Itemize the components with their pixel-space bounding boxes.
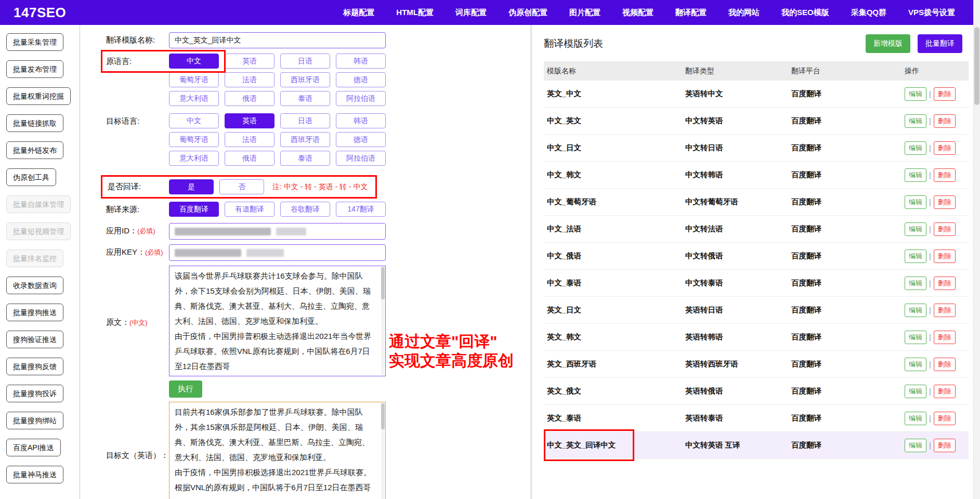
language-option-button[interactable]: 英语: [225, 54, 275, 69]
language-option-button[interactable]: 阿拉伯语: [336, 151, 386, 166]
language-option-button[interactable]: 俄语: [225, 151, 275, 166]
language-option-button[interactable]: 俄语: [225, 91, 275, 106]
language-option-button[interactable]: 泰语: [280, 91, 330, 106]
sidebar-item[interactable]: 批量短视频管理: [6, 222, 71, 240]
language-option-button[interactable]: 泰语: [280, 151, 330, 166]
back-translate-option-button[interactable]: 否: [219, 179, 264, 194]
sidebar-item[interactable]: 批量采集管理: [6, 33, 63, 51]
edit-button[interactable]: 编辑: [905, 385, 926, 398]
nav-item[interactable]: VPS拨号设置: [908, 8, 955, 18]
sidebar-item[interactable]: 批量外链发布: [6, 141, 63, 159]
language-option-button[interactable]: 意大利语: [169, 151, 219, 166]
sidebar-item[interactable]: 批量搜狗投诉: [6, 385, 63, 402]
delete-button[interactable]: 删除: [934, 277, 956, 290]
sidebar-item[interactable]: 伪原创工具: [6, 168, 56, 186]
delete-button[interactable]: 删除: [934, 195, 956, 209]
delete-button[interactable]: 删除: [934, 87, 956, 101]
language-option-button[interactable]: 西班牙语: [280, 132, 330, 147]
delete-button[interactable]: 删除: [934, 304, 956, 317]
language-option-button[interactable]: 德语: [336, 132, 386, 147]
back-translate-option-button[interactable]: 是: [169, 179, 214, 194]
language-option-button[interactable]: 德语: [336, 72, 386, 87]
sidebar-item[interactable]: 批量搜狗推送: [6, 304, 63, 321]
language-option-button[interactable]: 阿拉伯语: [336, 91, 386, 106]
edit-button[interactable]: 编辑: [905, 141, 926, 155]
window-scrollbar[interactable]: [973, 0, 980, 499]
language-option-button[interactable]: 意大利语: [169, 91, 219, 106]
add-template-button[interactable]: 新增模版: [866, 34, 910, 53]
row-template-name: 中文_英文_回译中文: [544, 440, 685, 450]
sidebar-item[interactable]: 批量搜狗反馈: [6, 358, 63, 375]
edit-button[interactable]: 编辑: [905, 412, 926, 425]
app-key-input[interactable]: [169, 244, 386, 261]
edit-button[interactable]: 编辑: [905, 304, 926, 317]
language-option-button[interactable]: 韩语: [336, 113, 386, 128]
nav-item[interactable]: 我的网站: [728, 8, 760, 18]
batch-translate-button[interactable]: 批量翻译: [918, 34, 962, 53]
delete-button[interactable]: 删除: [934, 250, 956, 263]
nav-item[interactable]: 我的SEO模版: [781, 8, 829, 18]
scrollbar-thumb[interactable]: [974, 27, 979, 105]
edit-button[interactable]: 编辑: [905, 114, 926, 128]
language-option-button[interactable]: 日语: [280, 54, 330, 69]
nav-item[interactable]: 翻译配置: [675, 8, 707, 18]
nav-item[interactable]: 采集QQ群: [851, 8, 886, 18]
language-option-button[interactable]: 西班牙语: [280, 72, 330, 87]
sidebar-item[interactable]: 批量链接抓取: [6, 114, 63, 132]
translate-platform-button[interactable]: 谷歌翻译: [280, 202, 330, 217]
delete-button[interactable]: 删除: [934, 412, 956, 425]
sidebar-item[interactable]: 批量权重词挖掘: [6, 87, 71, 105]
run-button[interactable]: 执行: [169, 380, 202, 398]
sidebar-item[interactable]: 批量发布管理: [6, 60, 63, 78]
edit-button[interactable]: 编辑: [905, 87, 926, 101]
delete-button[interactable]: 删除: [934, 114, 956, 128]
edit-button[interactable]: 编辑: [905, 222, 926, 236]
textarea-scroll-thumb[interactable]: [381, 267, 385, 299]
translate-platform-button[interactable]: 百度翻译: [169, 202, 219, 217]
delete-button[interactable]: 删除: [934, 222, 956, 236]
sidebar-item[interactable]: 搜狗验证推送: [6, 331, 63, 348]
translate-platform-button[interactable]: 有道翻译: [225, 202, 275, 217]
language-option-button[interactable]: 法语: [225, 132, 275, 147]
sidebar-item[interactable]: 批量自媒体管理: [6, 195, 71, 213]
source-textarea[interactable]: 该届当今世界乒乓球联赛共计16支球会参与。除中国队外，余下15支球会会别为阿根廷…: [169, 266, 386, 376]
sidebar-item[interactable]: 批量排名监控: [6, 250, 63, 267]
sidebar-item[interactable]: 收录数据查询: [6, 277, 63, 294]
edit-button[interactable]: 编辑: [905, 168, 926, 182]
delete-button[interactable]: 删除: [934, 141, 956, 155]
language-option-button[interactable]: 英语: [225, 113, 275, 128]
translate-platform-button[interactable]: 147翻译: [336, 202, 386, 217]
delete-button[interactable]: 删除: [934, 385, 956, 398]
row-actions: 编辑 | 删除: [905, 195, 969, 209]
language-option-button[interactable]: 法语: [225, 72, 275, 87]
language-option-button[interactable]: 韩语: [336, 54, 386, 69]
language-option-button[interactable]: 葡萄牙语: [169, 72, 219, 87]
edit-button[interactable]: 编辑: [905, 358, 926, 371]
template-name-input[interactable]: [169, 32, 386, 48]
edit-button[interactable]: 编辑: [905, 277, 926, 290]
language-option-button[interactable]: 中文: [169, 54, 219, 69]
edit-button[interactable]: 编辑: [905, 439, 926, 452]
nav-item[interactable]: 伪原创配置: [508, 8, 547, 18]
textarea-scroll-thumb[interactable]: [381, 403, 385, 429]
language-option-button[interactable]: 葡萄牙语: [169, 132, 219, 147]
delete-button[interactable]: 删除: [934, 358, 956, 371]
app-id-input[interactable]: [169, 223, 386, 240]
target-textarea[interactable]: 目前共有16家俱乐部参加了世界乒乓球联赛。除中国队外，其余15家俱乐部是阿根廷、…: [169, 402, 386, 499]
delete-button[interactable]: 删除: [934, 168, 956, 182]
language-option-button[interactable]: 日语: [280, 113, 330, 128]
edit-button[interactable]: 编辑: [905, 331, 926, 344]
nav-item[interactable]: 标题配置: [343, 8, 374, 18]
nav-item[interactable]: 视频配置: [622, 8, 654, 18]
edit-button[interactable]: 编辑: [905, 195, 926, 209]
nav-item[interactable]: HTML配置: [396, 8, 434, 18]
nav-item[interactable]: 词库配置: [455, 8, 487, 18]
sidebar-item[interactable]: 百度API推送: [6, 439, 61, 456]
delete-button[interactable]: 删除: [934, 439, 956, 452]
nav-item[interactable]: 图片配置: [569, 8, 600, 18]
edit-button[interactable]: 编辑: [905, 250, 926, 263]
language-option-button[interactable]: 中文: [169, 113, 219, 128]
delete-button[interactable]: 删除: [934, 331, 956, 344]
sidebar-item[interactable]: 批量神马推送: [6, 466, 63, 483]
sidebar-item[interactable]: 批量搜狗绑站: [6, 412, 63, 429]
